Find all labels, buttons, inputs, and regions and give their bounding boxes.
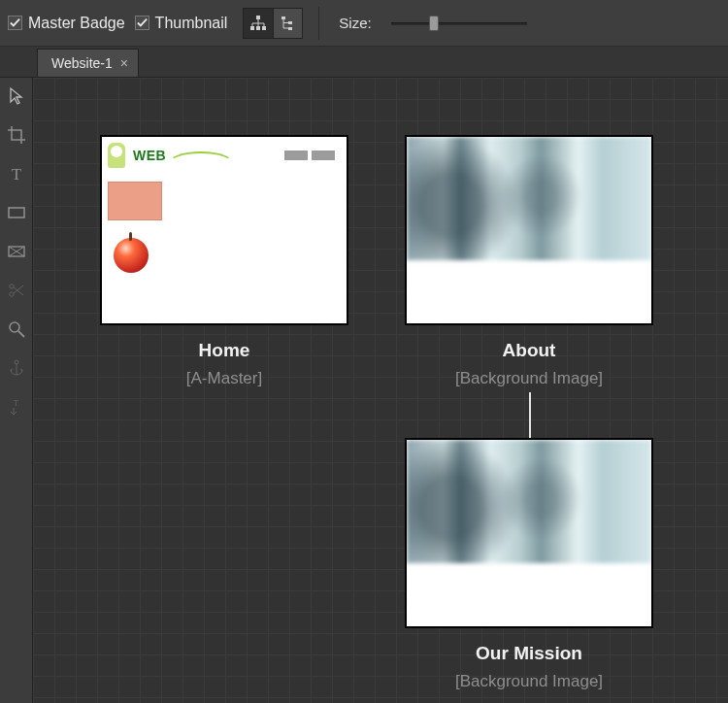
text-tool[interactable]: T xyxy=(4,161,29,186)
content-area xyxy=(407,563,651,626)
nav-placeholder xyxy=(312,151,335,160)
svg-rect-4 xyxy=(281,17,285,19)
svg-point-13 xyxy=(15,360,18,364)
thumbnail-content xyxy=(407,137,651,323)
workspace: T T WE xyxy=(0,78,728,703)
page-thumbnail-home[interactable]: WEB xyxy=(101,136,347,324)
svg-rect-3 xyxy=(262,26,266,30)
svg-rect-2 xyxy=(256,26,260,30)
page-master-badge: [Background Image] xyxy=(455,369,603,388)
selection-tool[interactable] xyxy=(4,84,29,109)
thumbnail-content: WEB xyxy=(108,143,341,318)
page-thumbnail-about[interactable] xyxy=(406,136,652,324)
scissors-tool[interactable] xyxy=(4,278,29,303)
page-connector xyxy=(529,392,531,439)
thumbnail-content xyxy=(407,440,651,626)
logo-text: WEB xyxy=(133,148,166,163)
checkbox-icon xyxy=(8,16,22,30)
slider-thumb[interactable] xyxy=(429,16,439,31)
content-block xyxy=(108,182,162,220)
svg-text:T: T xyxy=(11,165,21,184)
tab-label: Website-1 xyxy=(51,55,113,71)
svg-text:T: T xyxy=(14,399,18,408)
thumbnail-checkbox[interactable]: Thumbnail xyxy=(135,15,228,32)
crop-tool[interactable] xyxy=(4,122,29,148)
content-area xyxy=(407,260,651,323)
vertical-text-tool[interactable]: T xyxy=(4,394,29,419)
close-icon[interactable]: × xyxy=(120,55,128,71)
page-card-home: WEB Home [A-Master] xyxy=(101,136,347,388)
rectangle-frame-tool[interactable] xyxy=(4,239,29,264)
logo-mascot-icon xyxy=(108,143,125,168)
svg-rect-1 xyxy=(250,26,254,30)
sitemap-vertical-icon xyxy=(280,15,297,32)
checkbox-icon xyxy=(135,16,149,30)
thumbnail-label: Thumbnail xyxy=(155,15,228,32)
page-card-mission: Our Mission [Background Image] xyxy=(406,439,652,691)
zoom-tool[interactable] xyxy=(4,317,29,342)
view-mode-group xyxy=(243,8,303,39)
background-image-preview xyxy=(407,440,651,563)
svg-rect-5 xyxy=(288,21,292,24)
svg-rect-8 xyxy=(9,208,24,218)
sitemap-horizontal-icon xyxy=(249,15,267,32)
svg-point-12 xyxy=(10,322,19,332)
slider-track xyxy=(391,22,527,25)
page-title: Home xyxy=(199,340,250,361)
apple-image-icon xyxy=(114,238,149,273)
toolbar-divider xyxy=(318,7,319,40)
svg-point-10 xyxy=(9,292,13,296)
page-master-badge: [A-Master] xyxy=(186,369,262,388)
tab-website-1[interactable]: Website-1 × xyxy=(37,49,139,77)
master-badge-checkbox[interactable]: Master Badge xyxy=(8,15,125,32)
top-toolbar: Master Badge Thumbnail Siz xyxy=(0,0,728,47)
vertical-view-button[interactable] xyxy=(273,9,302,38)
svg-point-11 xyxy=(9,285,13,288)
anchor-tool[interactable] xyxy=(4,355,29,381)
plan-canvas[interactable]: WEB Home [A-Master] xyxy=(33,78,728,703)
svg-rect-6 xyxy=(288,27,292,30)
nav-placeholder xyxy=(284,151,308,160)
background-image-preview xyxy=(407,137,651,260)
size-label: Size: xyxy=(339,15,371,31)
page-title: About xyxy=(503,340,556,361)
page-master-badge: [Background Image] xyxy=(455,672,603,691)
master-badge-label: Master Badge xyxy=(28,15,125,32)
page-title: Our Mission xyxy=(476,643,582,664)
document-tabstrip: Website-1 × xyxy=(0,47,728,78)
page-thumbnail-mission[interactable] xyxy=(406,439,652,627)
size-slider[interactable] xyxy=(391,15,527,32)
page-card-about: About [Background Image] xyxy=(406,136,652,388)
logo-swoosh-icon xyxy=(167,151,235,167)
tool-panel: T T xyxy=(0,78,33,703)
rectangle-tool[interactable] xyxy=(4,200,29,225)
svg-rect-0 xyxy=(256,16,260,19)
horizontal-view-button[interactable] xyxy=(244,9,273,38)
